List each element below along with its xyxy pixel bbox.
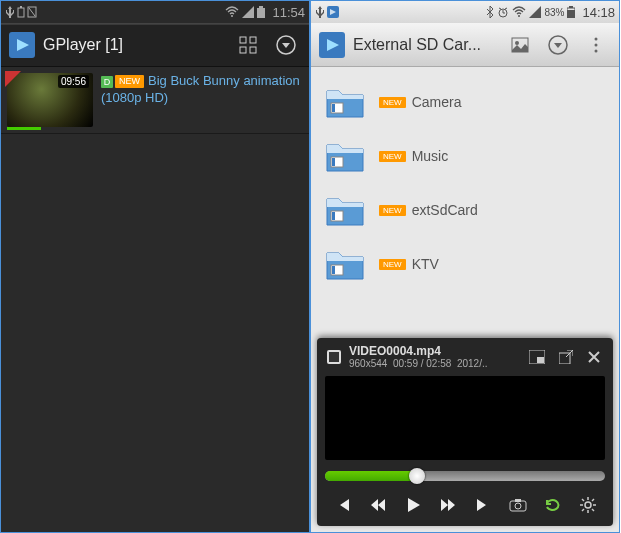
app-status-icon	[327, 6, 339, 18]
rewind-button[interactable]	[365, 492, 391, 518]
folder-icon	[325, 193, 365, 227]
svg-point-21	[515, 41, 519, 45]
svg-rect-5	[257, 8, 265, 18]
folder-row[interactable]: NEWCamera	[311, 75, 619, 129]
player-filename: VIDEO0004.mp4	[349, 344, 519, 358]
svg-rect-17	[567, 10, 575, 18]
video-thumbnail: 09:56	[7, 73, 93, 127]
svg-rect-40	[515, 499, 521, 502]
new-badge: NEW	[379, 97, 406, 108]
play-button[interactable]	[400, 492, 426, 518]
svg-rect-27	[332, 104, 335, 112]
folder-name: extSdCard	[412, 202, 478, 218]
video-title: Big Buck Bunny animation	[148, 73, 300, 88]
player-time: 00:59 / 02:58	[393, 358, 451, 369]
svg-point-15	[518, 15, 520, 17]
svg-rect-9	[250, 37, 256, 43]
video-file-icon	[325, 348, 343, 366]
player-resolution: 960x544	[349, 358, 387, 369]
next-button[interactable]	[470, 492, 496, 518]
battery-percent: 83%	[544, 7, 564, 18]
svg-point-25	[595, 49, 598, 52]
snapshot-button[interactable]	[505, 492, 531, 518]
new-badge: NEW	[379, 151, 406, 162]
battery-icon	[257, 6, 265, 18]
new-badge: NEW	[379, 259, 406, 270]
video-subtitle: (1080p HD)	[101, 90, 168, 105]
d-badge: D	[101, 76, 113, 88]
svg-point-23	[595, 37, 598, 40]
new-badge: NEW	[379, 205, 406, 216]
repeat-button[interactable]	[540, 492, 566, 518]
video-duration: 09:56	[58, 75, 89, 88]
video-progress-bar	[7, 127, 41, 130]
popout-button[interactable]	[555, 348, 577, 366]
folder-name: Music	[412, 148, 449, 164]
phone-left: 11:54 GPlayer [1] 09:56 DNEWBig Buck Bun…	[0, 0, 310, 533]
svg-line-47	[582, 499, 584, 501]
folder-label: NEWMusic	[379, 148, 448, 164]
forward-button[interactable]	[435, 492, 461, 518]
player-controls	[325, 492, 605, 518]
prev-button[interactable]	[330, 492, 356, 518]
overflow-menu-button[interactable]	[581, 30, 611, 60]
wifi-icon	[225, 6, 239, 18]
player-date: 2012/..	[457, 358, 488, 369]
svg-rect-37	[537, 357, 544, 363]
app-icon	[9, 32, 35, 58]
folder-label: NEWextSdCard	[379, 202, 478, 218]
gallery-button[interactable]	[505, 30, 535, 60]
battery-small-icon	[17, 6, 25, 18]
svg-rect-6	[259, 6, 263, 8]
folder-name: Camera	[412, 94, 462, 110]
svg-line-48	[592, 509, 594, 511]
dropdown-button[interactable]	[271, 30, 301, 60]
svg-line-3	[29, 8, 35, 16]
status-bar: 11:54	[1, 1, 309, 23]
usb-icon	[315, 6, 325, 18]
folder-row[interactable]: NEWMusic	[311, 129, 619, 183]
seek-fill	[325, 471, 417, 481]
bluetooth-icon	[486, 6, 494, 18]
video-row[interactable]: 09:56 DNEWBig Buck Bunny animation (1080…	[1, 67, 309, 134]
seek-thumb[interactable]	[409, 468, 425, 484]
folder-label: NEWKTV	[379, 256, 439, 272]
svg-line-50	[582, 509, 584, 511]
folder-icon	[325, 139, 365, 173]
seek-bar[interactable]	[325, 468, 605, 484]
settings-button[interactable]	[575, 492, 601, 518]
folder-row[interactable]: NEWKTV	[311, 237, 619, 291]
dropdown-button[interactable]	[543, 30, 573, 60]
svg-point-24	[595, 43, 598, 46]
location-title: External SD Car...	[353, 36, 497, 54]
svg-rect-11	[250, 47, 256, 53]
status-bar: 83% 14:18	[311, 1, 619, 23]
app-title: GPlayer [1]	[43, 36, 225, 54]
svg-rect-1	[20, 6, 22, 8]
app-icon	[319, 32, 345, 58]
svg-rect-8	[240, 37, 246, 43]
usb-icon	[5, 6, 15, 18]
alarm-icon	[497, 6, 509, 18]
svg-rect-18	[569, 6, 573, 8]
folder-name: KTV	[412, 256, 439, 272]
header: External SD Car...	[311, 23, 619, 67]
svg-rect-29	[332, 158, 335, 166]
svg-point-4	[231, 15, 233, 17]
folder-row[interactable]: NEWextSdCard	[311, 183, 619, 237]
close-button[interactable]	[583, 348, 605, 366]
folder-list: NEWCameraNEWMusicNEWextSdCardNEWKTV	[311, 67, 619, 299]
mini-player: VIDEO0004.mp4 960x544 00:59 / 02:58 2012…	[317, 338, 613, 526]
header: GPlayer [1]	[1, 23, 309, 67]
mini-player-video[interactable]	[325, 376, 605, 460]
grid-view-button[interactable]	[233, 30, 263, 60]
svg-rect-0	[18, 8, 24, 17]
svg-rect-35	[329, 352, 339, 362]
battery-icon	[567, 6, 575, 18]
svg-point-42	[585, 502, 591, 508]
signal-icon	[242, 6, 254, 18]
svg-rect-33	[332, 266, 335, 274]
pip-button[interactable]	[525, 348, 549, 366]
new-badge: NEW	[115, 75, 144, 89]
no-sim-icon	[27, 6, 37, 18]
